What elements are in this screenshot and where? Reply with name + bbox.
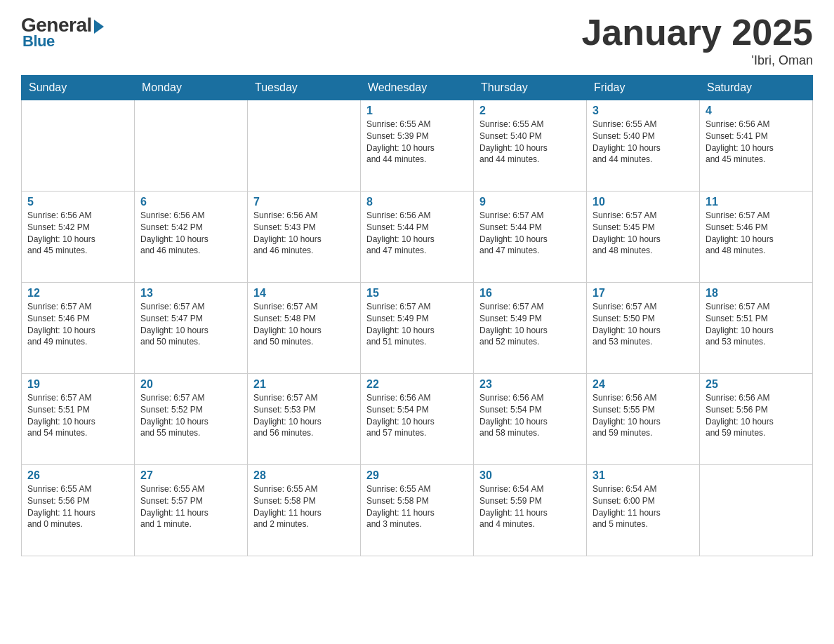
day-number: 2 <box>479 105 581 117</box>
day-info: Sunrise: 6:56 AMSunset: 5:43 PMDaylight:… <box>253 210 355 257</box>
day-info: Sunrise: 6:57 AMSunset: 5:46 PMDaylight:… <box>27 301 128 348</box>
calendar-cell: 9Sunrise: 6:57 AMSunset: 5:44 PMDaylight… <box>474 192 587 283</box>
logo-blue-text: Blue <box>22 32 55 51</box>
calendar-cell: 26Sunrise: 6:55 AMSunset: 5:56 PMDayligh… <box>22 465 135 556</box>
calendar-day-header: Monday <box>135 76 248 100</box>
day-info: Sunrise: 6:55 AMSunset: 5:57 PMDaylight:… <box>140 483 241 530</box>
day-info: Sunrise: 6:57 AMSunset: 5:45 PMDaylight:… <box>593 210 694 257</box>
day-number: 25 <box>706 378 807 391</box>
calendar-day-header: Tuesday <box>248 76 361 100</box>
day-number: 17 <box>593 287 694 300</box>
calendar-day-header: Friday <box>587 76 700 100</box>
day-info: Sunrise: 6:56 AMSunset: 5:56 PMDaylight:… <box>706 392 807 439</box>
day-info: Sunrise: 6:57 AMSunset: 5:48 PMDaylight:… <box>253 301 355 348</box>
calendar-day-header: Saturday <box>700 76 813 100</box>
day-number: 8 <box>366 196 468 208</box>
calendar-cell: 7Sunrise: 6:56 AMSunset: 5:43 PMDaylight… <box>248 192 361 283</box>
calendar-cell: 6Sunrise: 6:56 AMSunset: 5:42 PMDaylight… <box>135 192 248 283</box>
calendar-cell <box>135 100 248 192</box>
day-number: 14 <box>253 287 355 300</box>
calendar-week-row: 19Sunrise: 6:57 AMSunset: 5:51 PMDayligh… <box>22 374 813 465</box>
day-number: 30 <box>479 469 581 482</box>
day-number: 1 <box>366 105 468 117</box>
calendar-cell: 24Sunrise: 6:56 AMSunset: 5:55 PMDayligh… <box>587 374 700 465</box>
calendar-cell: 30Sunrise: 6:54 AMSunset: 5:59 PMDayligh… <box>474 465 587 556</box>
calendar-cell: 13Sunrise: 6:57 AMSunset: 5:47 PMDayligh… <box>135 283 248 374</box>
day-info: Sunrise: 6:57 AMSunset: 5:50 PMDaylight:… <box>593 301 694 348</box>
day-number: 24 <box>593 378 694 391</box>
day-info: Sunrise: 6:57 AMSunset: 5:51 PMDaylight:… <box>27 392 128 439</box>
day-number: 7 <box>253 196 355 208</box>
day-info: Sunrise: 6:57 AMSunset: 5:47 PMDaylight:… <box>140 301 241 348</box>
calendar-cell: 18Sunrise: 6:57 AMSunset: 5:51 PMDayligh… <box>700 283 813 374</box>
day-number: 27 <box>140 469 241 482</box>
day-info: Sunrise: 6:57 AMSunset: 5:51 PMDaylight:… <box>706 301 807 348</box>
day-info: Sunrise: 6:54 AMSunset: 6:00 PMDaylight:… <box>593 483 694 530</box>
day-info: Sunrise: 6:56 AMSunset: 5:42 PMDaylight:… <box>27 210 128 257</box>
page-header: General Blue January 2025 'Ibri, Oman <box>21 14 813 68</box>
day-info: Sunrise: 6:56 AMSunset: 5:54 PMDaylight:… <box>479 392 581 439</box>
logo: General Blue <box>21 14 104 51</box>
calendar-week-row: 5Sunrise: 6:56 AMSunset: 5:42 PMDaylight… <box>22 192 813 283</box>
location-text: 'Ibri, Oman <box>581 53 813 68</box>
calendar-cell: 2Sunrise: 6:55 AMSunset: 5:40 PMDaylight… <box>474 100 587 192</box>
calendar-cell: 29Sunrise: 6:55 AMSunset: 5:58 PMDayligh… <box>361 465 474 556</box>
calendar-cell: 25Sunrise: 6:56 AMSunset: 5:56 PMDayligh… <box>700 374 813 465</box>
day-info: Sunrise: 6:56 AMSunset: 5:42 PMDaylight:… <box>140 210 241 257</box>
calendar-cell: 28Sunrise: 6:55 AMSunset: 5:58 PMDayligh… <box>248 465 361 556</box>
calendar-week-row: 26Sunrise: 6:55 AMSunset: 5:56 PMDayligh… <box>22 465 813 556</box>
calendar-day-header: Thursday <box>474 76 587 100</box>
calendar-cell: 10Sunrise: 6:57 AMSunset: 5:45 PMDayligh… <box>587 192 700 283</box>
day-info: Sunrise: 6:55 AMSunset: 5:40 PMDaylight:… <box>479 119 581 166</box>
day-info: Sunrise: 6:56 AMSunset: 5:55 PMDaylight:… <box>593 392 694 439</box>
calendar-cell <box>22 100 135 192</box>
calendar-week-row: 1Sunrise: 6:55 AMSunset: 5:39 PMDaylight… <box>22 100 813 192</box>
calendar-cell: 21Sunrise: 6:57 AMSunset: 5:53 PMDayligh… <box>248 374 361 465</box>
calendar-cell: 23Sunrise: 6:56 AMSunset: 5:54 PMDayligh… <box>474 374 587 465</box>
day-number: 4 <box>706 105 807 117</box>
day-number: 9 <box>479 196 581 208</box>
calendar-week-row: 12Sunrise: 6:57 AMSunset: 5:46 PMDayligh… <box>22 283 813 374</box>
day-number: 5 <box>27 196 128 208</box>
calendar-cell: 5Sunrise: 6:56 AMSunset: 5:42 PMDaylight… <box>22 192 135 283</box>
calendar-cell: 1Sunrise: 6:55 AMSunset: 5:39 PMDaylight… <box>361 100 474 192</box>
calendar-cell: 3Sunrise: 6:55 AMSunset: 5:40 PMDaylight… <box>587 100 700 192</box>
calendar-cell: 20Sunrise: 6:57 AMSunset: 5:52 PMDayligh… <box>135 374 248 465</box>
logo-arrow-icon <box>94 20 104 34</box>
day-number: 23 <box>479 378 581 391</box>
day-info: Sunrise: 6:55 AMSunset: 5:40 PMDaylight:… <box>593 119 694 166</box>
day-info: Sunrise: 6:57 AMSunset: 5:49 PMDaylight:… <box>479 301 581 348</box>
day-number: 18 <box>706 287 807 300</box>
calendar-day-header: Wednesday <box>361 76 474 100</box>
day-number: 13 <box>140 287 241 300</box>
calendar-cell: 31Sunrise: 6:54 AMSunset: 6:00 PMDayligh… <box>587 465 700 556</box>
day-info: Sunrise: 6:57 AMSunset: 5:53 PMDaylight:… <box>253 392 355 439</box>
day-number: 28 <box>253 469 355 482</box>
day-number: 15 <box>366 287 468 300</box>
day-number: 22 <box>366 378 468 391</box>
calendar-cell: 8Sunrise: 6:56 AMSunset: 5:44 PMDaylight… <box>361 192 474 283</box>
calendar-cell: 19Sunrise: 6:57 AMSunset: 5:51 PMDayligh… <box>22 374 135 465</box>
calendar-cell: 17Sunrise: 6:57 AMSunset: 5:50 PMDayligh… <box>587 283 700 374</box>
day-info: Sunrise: 6:55 AMSunset: 5:39 PMDaylight:… <box>366 119 468 166</box>
calendar-cell <box>700 465 813 556</box>
day-info: Sunrise: 6:57 AMSunset: 5:44 PMDaylight:… <box>479 210 581 257</box>
calendar-table: SundayMondayTuesdayWednesdayThursdayFrid… <box>21 75 813 556</box>
day-number: 11 <box>706 196 807 208</box>
calendar-cell: 11Sunrise: 6:57 AMSunset: 5:46 PMDayligh… <box>700 192 813 283</box>
day-info: Sunrise: 6:57 AMSunset: 5:52 PMDaylight:… <box>140 392 241 439</box>
title-section: January 2025 'Ibri, Oman <box>581 14 813 68</box>
calendar-cell: 12Sunrise: 6:57 AMSunset: 5:46 PMDayligh… <box>22 283 135 374</box>
day-number: 19 <box>27 378 128 391</box>
day-number: 26 <box>27 469 128 482</box>
day-info: Sunrise: 6:55 AMSunset: 5:56 PMDaylight:… <box>27 483 128 530</box>
day-info: Sunrise: 6:55 AMSunset: 5:58 PMDaylight:… <box>253 483 355 530</box>
calendar-cell: 27Sunrise: 6:55 AMSunset: 5:57 PMDayligh… <box>135 465 248 556</box>
calendar-cell: 4Sunrise: 6:56 AMSunset: 5:41 PMDaylight… <box>700 100 813 192</box>
month-title: January 2025 <box>581 14 813 51</box>
day-info: Sunrise: 6:54 AMSunset: 5:59 PMDaylight:… <box>479 483 581 530</box>
day-number: 12 <box>27 287 128 300</box>
calendar-header-row: SundayMondayTuesdayWednesdayThursdayFrid… <box>22 76 813 100</box>
calendar-cell <box>248 100 361 192</box>
day-number: 10 <box>593 196 694 208</box>
